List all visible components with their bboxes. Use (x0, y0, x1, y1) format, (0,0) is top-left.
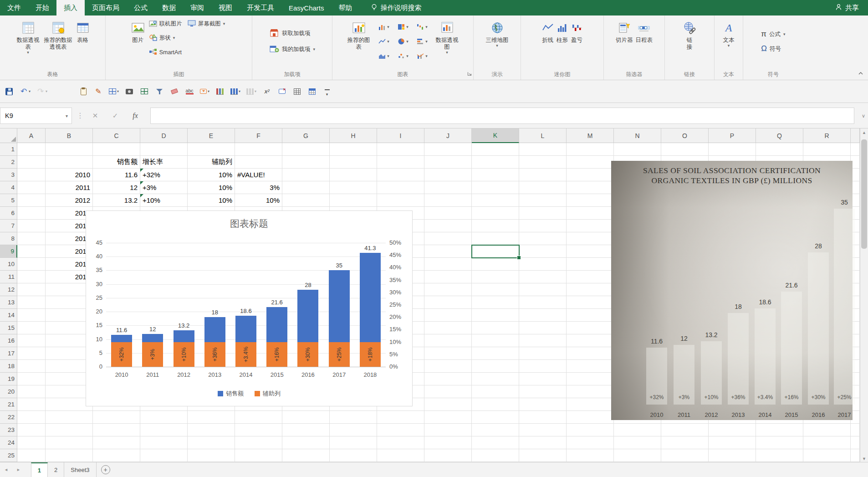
cell-K25[interactable] (472, 449, 519, 462)
cell-I5[interactable] (377, 194, 424, 207)
cell-N25[interactable] (614, 449, 661, 462)
cell-I1[interactable] (377, 143, 424, 156)
cell-H5[interactable] (330, 194, 377, 207)
cell-L24[interactable] (519, 436, 567, 449)
tab-EasyCharts[interactable]: EasyCharts (281, 0, 332, 15)
cell-J4[interactable] (424, 181, 472, 194)
column-header-F[interactable]: F (235, 128, 282, 143)
cell-B23[interactable] (46, 424, 93, 436)
cell-B2[interactable] (46, 156, 93, 169)
previous-sheet-icon[interactable]: ◄ (0, 462, 12, 477)
cell-B25[interactable] (46, 449, 93, 462)
next-sheet-icon[interactable]: ► (12, 462, 25, 477)
cell-A4[interactable] (17, 181, 46, 194)
cell-A22[interactable] (17, 411, 46, 424)
row-header-15[interactable]: 15 (0, 322, 17, 334)
cell-A9[interactable] (17, 245, 46, 258)
cell-G5[interactable] (282, 194, 330, 207)
superscript-button[interactable] (261, 84, 272, 99)
cell-K17[interactable] (472, 347, 519, 360)
cell-K8[interactable] (472, 232, 519, 245)
cell-L6[interactable] (519, 207, 567, 220)
cell-K7[interactable] (472, 220, 519, 232)
insert-line-chart-button[interactable]: ▾ (374, 34, 393, 49)
cell-L15[interactable] (519, 322, 567, 334)
cell-A6[interactable] (17, 207, 46, 220)
cell-A5[interactable] (17, 194, 46, 207)
cell-O1[interactable] (661, 143, 709, 156)
cell-K1[interactable] (472, 143, 519, 156)
cell-A16[interactable] (17, 334, 46, 347)
clipboard-button[interactable] (78, 84, 89, 99)
cell-A8[interactable] (17, 232, 46, 245)
insert-waterfall-chart-button[interactable]: ▾ (413, 20, 432, 34)
grid-blue-button[interactable] (306, 84, 317, 99)
link-button[interactable]: 链接 (681, 17, 698, 51)
cell-L9[interactable] (519, 245, 567, 258)
chart-color-button[interactable] (214, 84, 225, 99)
cell-L23[interactable] (519, 424, 567, 436)
cell-J21[interactable] (424, 398, 472, 411)
cell-O23[interactable] (661, 424, 709, 436)
column-header-C[interactable]: C (93, 128, 140, 143)
filter-button[interactable] (154, 84, 165, 99)
charts-dialog-launcher[interactable] (467, 70, 472, 78)
cell-J14[interactable] (424, 309, 472, 322)
cell-I24[interactable] (377, 436, 424, 449)
save-button[interactable] (4, 84, 15, 99)
cell-C4[interactable]: 12 (93, 181, 140, 194)
insert-hierarchy-chart-button[interactable]: ▾ (393, 20, 413, 34)
cell-A11[interactable] (17, 271, 46, 283)
cell-A21[interactable] (17, 398, 46, 411)
cell-L2[interactable] (519, 156, 567, 169)
cell-L22[interactable] (519, 411, 567, 424)
cell-L8[interactable] (519, 232, 567, 245)
cell-H1[interactable] (330, 143, 377, 156)
cell-D24[interactable] (140, 436, 188, 449)
cell-L19[interactable] (519, 373, 567, 385)
cell-N24[interactable] (614, 436, 661, 449)
text-button[interactable]: A 文本 ▾ (721, 17, 736, 48)
spellcheck-button[interactable] (184, 84, 195, 99)
cell-C23[interactable] (93, 424, 140, 436)
cell-G22[interactable] (282, 411, 330, 424)
comment-button[interactable] (276, 84, 287, 99)
cell-C1[interactable] (93, 143, 140, 156)
callout-button[interactable]: ▾ (199, 84, 210, 99)
cell-I2[interactable] (377, 156, 424, 169)
cell-A2[interactable] (17, 156, 46, 169)
sheet-tab-Sheet3[interactable]: Sheet3 (64, 462, 96, 477)
reference-photo[interactable]: SALES OF SOIL ASSOCIATION CERTIFICATION … (611, 161, 853, 420)
cell-F2[interactable] (235, 156, 282, 169)
row-header-4[interactable]: 4 (0, 181, 17, 194)
tab-文件[interactable]: 文件 (0, 0, 28, 15)
new-sheet-button[interactable]: + (101, 465, 110, 474)
shapes-button[interactable]: 形状 ▾ (146, 31, 185, 45)
cell-J16[interactable] (424, 334, 472, 347)
cell-C3[interactable]: 11.6 (93, 169, 140, 181)
cell-M21[interactable] (567, 398, 614, 411)
cell-M24[interactable] (567, 436, 614, 449)
cell-G3[interactable] (282, 169, 330, 181)
cell-P23[interactable] (709, 424, 756, 436)
row-header-17[interactable]: 17 (0, 347, 17, 360)
cell-K4[interactable] (472, 181, 519, 194)
cell-K2[interactable] (472, 156, 519, 169)
recommended-charts-button[interactable]: 推荐的图表 (345, 17, 373, 51)
cell-L11[interactable] (519, 271, 567, 283)
row-header-7[interactable]: 7 (0, 220, 17, 232)
cell-L14[interactable] (519, 309, 567, 322)
cell-Q25[interactable] (756, 449, 803, 462)
cell-Q1[interactable] (756, 143, 803, 156)
cell-E1[interactable] (188, 143, 235, 156)
undo-button[interactable]: ▾ (19, 84, 31, 99)
tab-帮助[interactable]: 帮助 (332, 0, 360, 15)
freeze-panes-button[interactable]: ▾ (108, 84, 120, 99)
cell-J13[interactable] (424, 296, 472, 309)
camera-button[interactable] (124, 84, 135, 99)
screenshot-button[interactable]: 屏幕截图 ▾ (185, 17, 228, 31)
cell-K14[interactable] (472, 309, 519, 322)
cell-L5[interactable] (519, 194, 567, 207)
row-header-6[interactable]: 6 (0, 207, 17, 220)
row-header-11[interactable]: 11 (0, 271, 17, 283)
